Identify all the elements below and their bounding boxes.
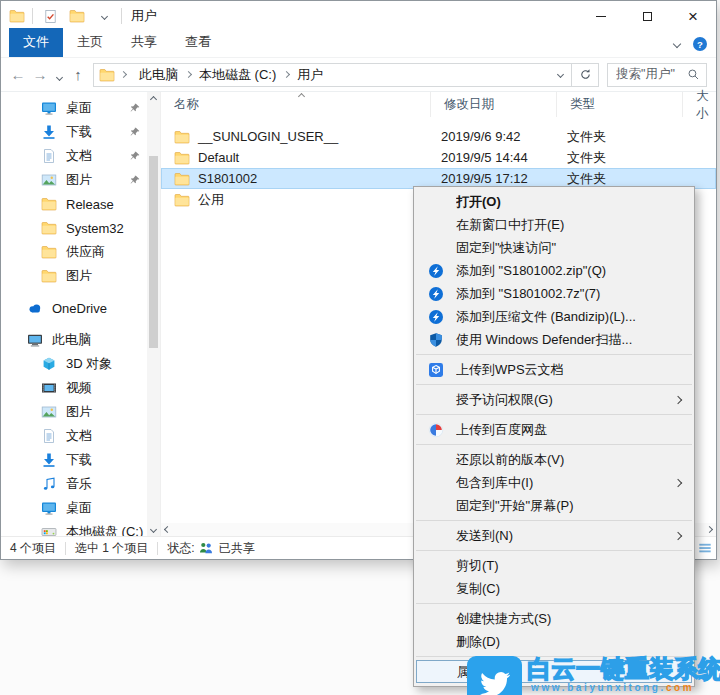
- folder-icon: [41, 268, 57, 284]
- menu-item-label: 创建快捷方式(S): [456, 610, 692, 628]
- sidebar-item-15[interactable]: 音乐: [1, 472, 147, 496]
- sidebar-item-5[interactable]: System32: [1, 216, 147, 240]
- shared-people-icon: [198, 540, 214, 556]
- breadcrumb-item-0[interactable]: 此电脑: [132, 66, 185, 84]
- context-menu: 打开(O)在新窗口中打开(E)固定到"快速访问"添加到 "S1801002.zi…: [413, 186, 695, 687]
- sidebar-item-7[interactable]: 图片: [1, 264, 147, 288]
- context-menu-item-13[interactable]: 发送到(N): [416, 524, 692, 547]
- divider: [121, 8, 122, 24]
- column-header-3[interactable]: 大小: [683, 92, 716, 117]
- column-header-2[interactable]: 类型: [557, 92, 683, 117]
- column-header-1[interactable]: 修改日期: [431, 92, 557, 117]
- file-name-cell: 公用: [161, 189, 431, 210]
- help-icon[interactable]: ?: [692, 36, 708, 52]
- breadcrumb-item-2[interactable]: 用户: [290, 66, 330, 84]
- maximize-button[interactable]: [624, 1, 670, 31]
- context-menu-item-11[interactable]: 包含到库中(I): [416, 471, 692, 494]
- address-bar[interactable]: 此电脑本地磁盘 (C:)用户: [93, 63, 572, 87]
- sidebar-item-6[interactable]: 供应商: [1, 240, 147, 264]
- breadcrumb-item-1[interactable]: 本地磁盘 (C:): [192, 66, 283, 84]
- file-size-cell: [683, 126, 716, 147]
- ribbon-tab-1[interactable]: 主页: [63, 28, 117, 57]
- recent-locations-button[interactable]: [51, 67, 67, 82]
- ribbon-tab-0[interactable]: 文件: [9, 28, 63, 57]
- sidebar-item-12[interactable]: 图片: [1, 400, 147, 424]
- context-menu-item-0[interactable]: 打开(O): [416, 190, 692, 213]
- context-menu-item-4[interactable]: 添加到 "S1801002.7z"(7): [416, 282, 692, 305]
- scroll-right-icon[interactable]: [706, 526, 713, 533]
- menu-item-label: 上传到百度网盘: [456, 421, 692, 439]
- scroll-down-icon[interactable]: [150, 526, 157, 533]
- refresh-button[interactable]: [572, 63, 599, 87]
- file-row-0[interactable]: __SUNLOGIN_USER__2019/9/6 9:42文件夹: [161, 126, 716, 147]
- sidebar-scrollbar[interactable]: [147, 92, 160, 536]
- context-menu-item-7[interactable]: 上传到WPS云文档: [416, 358, 692, 381]
- context-menu-item-16[interactable]: 创建快捷方式(S): [416, 607, 692, 630]
- sidebar-item-0[interactable]: 桌面: [1, 96, 147, 120]
- context-menu-item-3[interactable]: 添加到 "S1801002.zip"(Q): [416, 259, 692, 282]
- minimize-button[interactable]: [578, 1, 624, 31]
- minimize-icon: [596, 16, 606, 17]
- sidebar-item-11[interactable]: 视频: [1, 376, 147, 400]
- context-menu-item-10[interactable]: 还原以前的版本(V): [416, 448, 692, 471]
- context-menu-item-12[interactable]: 固定到"开始"屏幕(P): [416, 494, 692, 517]
- file-name-cell: __SUNLOGIN_USER__: [161, 126, 431, 147]
- qat-properties-button[interactable]: [40, 5, 60, 27]
- sidebar-item-16[interactable]: 桌面: [1, 496, 147, 520]
- sidebar-item-2[interactable]: 文档: [1, 144, 147, 168]
- context-menu-item-6[interactable]: 使用 Windows Defender扫描...: [416, 328, 692, 351]
- sidebar-item-9[interactable]: 此电脑: [1, 328, 147, 352]
- search-box[interactable]: 搜索"用户": [607, 63, 707, 87]
- details-view-button[interactable]: [697, 540, 713, 558]
- expand-ribbon-button[interactable]: [674, 41, 680, 47]
- scrollbar-track[interactable]: [149, 106, 158, 523]
- sidebar-item-label: OneDrive: [52, 301, 107, 316]
- sidebar-item-13[interactable]: 文档: [1, 424, 147, 448]
- close-button[interactable]: ×: [670, 1, 716, 31]
- sidebar-item-1[interactable]: 下载: [1, 120, 147, 144]
- file-type-cell: 文件夹: [557, 147, 683, 168]
- menu-separator: [416, 520, 692, 521]
- scroll-left-icon[interactable]: [164, 526, 171, 533]
- sidebar-item-17[interactable]: 本地磁盘 (C:): [1, 520, 147, 536]
- context-menu-item-14[interactable]: 剪切(T): [416, 554, 692, 577]
- up-button[interactable]: ↑: [67, 67, 89, 82]
- qat-customize-button[interactable]: [94, 5, 114, 27]
- pin-icon: [127, 124, 143, 140]
- address-dropdown-button[interactable]: [558, 72, 563, 77]
- folder-icon: [174, 129, 190, 145]
- scroll-up-icon[interactable]: [150, 96, 157, 103]
- sidebar-item-10[interactable]: 3D 对象: [1, 352, 147, 376]
- context-menu-item-9[interactable]: 上传到百度网盘: [416, 418, 692, 441]
- sidebar-item-8[interactable]: OneDrive: [1, 296, 147, 320]
- sidebar-item-label: System32: [66, 221, 124, 236]
- sidebar-item-label: 此电脑: [52, 331, 91, 349]
- context-menu-item-17[interactable]: 删除(D): [416, 630, 692, 653]
- document-icon: [41, 148, 57, 164]
- context-menu-item-2[interactable]: 固定到"快速访问": [416, 236, 692, 259]
- menu-item-label: 使用 Windows Defender扫描...: [456, 331, 692, 349]
- folder-icon: [41, 244, 57, 260]
- qat-new-folder-button[interactable]: [67, 5, 87, 27]
- cube-icon: [41, 356, 57, 372]
- pin-icon: [127, 100, 143, 116]
- menu-separator: [416, 550, 692, 551]
- scrollbar-thumb[interactable]: [149, 156, 158, 348]
- context-menu-item-1[interactable]: 在新窗口中打开(E): [416, 213, 692, 236]
- menu-item-label: 包含到库中(I): [456, 474, 675, 492]
- context-menu-item-5[interactable]: 添加到压缩文件 (Bandizip)(L)...: [416, 305, 692, 328]
- back-button[interactable]: ←: [7, 67, 29, 82]
- context-menu-item-8[interactable]: 授予访问权限(G): [416, 388, 692, 411]
- sidebar-item-3[interactable]: 图片: [1, 168, 147, 192]
- sidebar-item-14[interactable]: 下载: [1, 448, 147, 472]
- context-menu-item-15[interactable]: 复制(C): [416, 577, 692, 600]
- music-icon: [41, 476, 57, 492]
- menu-icon-gutter: [416, 309, 456, 325]
- ribbon-tab-3[interactable]: 查看: [171, 28, 225, 57]
- ribbon-tab-2[interactable]: 共享: [117, 28, 171, 57]
- forward-button[interactable]: →: [29, 67, 51, 82]
- file-name: Default: [198, 150, 239, 165]
- sidebar-item-4[interactable]: Release: [1, 192, 147, 216]
- column-header-0[interactable]: 名称: [161, 92, 431, 117]
- file-row-1[interactable]: Default2019/9/5 14:44文件夹: [161, 147, 716, 168]
